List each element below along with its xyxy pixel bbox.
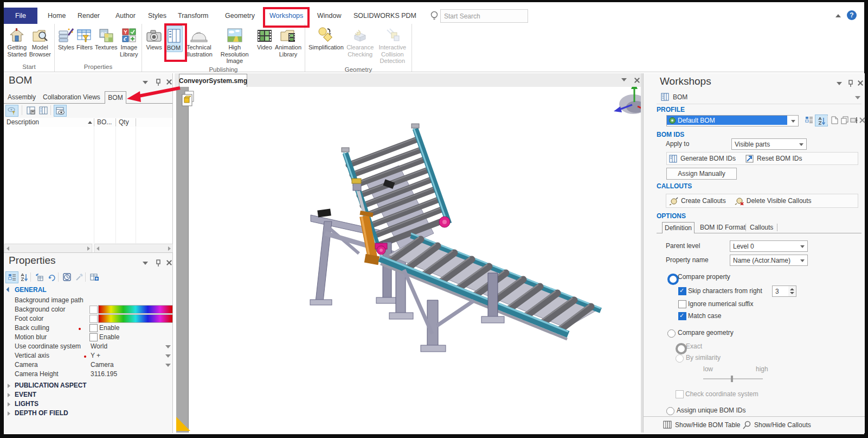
foot-color-swatch[interactable] bbox=[89, 315, 98, 323]
refresh-icon[interactable] bbox=[46, 271, 57, 282]
search-input[interactable]: Start Search bbox=[440, 9, 528, 23]
collapse-ribbon-icon[interactable] bbox=[835, 14, 841, 17]
table-visibility-icon[interactable] bbox=[54, 105, 67, 117]
ribbon-getting-started[interactable]: Getting Started bbox=[7, 26, 27, 58]
assign-manually-button[interactable]: Assign Manually bbox=[666, 168, 737, 180]
ribbon-textures[interactable]: Textures bbox=[95, 26, 118, 51]
delete-visible-callouts-button[interactable]: Delete Visible Callouts bbox=[747, 197, 812, 205]
foot-color-gradient[interactable] bbox=[98, 314, 173, 323]
menu-transform[interactable]: Transform bbox=[178, 8, 209, 24]
menu-home[interactable]: Home bbox=[48, 8, 66, 24]
ribbon-views[interactable]: Views bbox=[145, 26, 163, 51]
menu-window[interactable]: Window bbox=[317, 8, 341, 24]
expand-table-icon[interactable] bbox=[33, 271, 45, 282]
camera-value[interactable]: Camera bbox=[91, 361, 114, 369]
delete-profile-icon[interactable] bbox=[856, 115, 868, 125]
panel-dropdown-icon[interactable] bbox=[143, 262, 148, 265]
generate-bom-ids-button[interactable]: Generate BOM IDs bbox=[680, 155, 736, 162]
create-callouts-button[interactable]: Create Callouts bbox=[681, 197, 726, 205]
section-depth-of-field[interactable]: DEPTH OF FIELD bbox=[15, 409, 68, 417]
visibility-filter-icon[interactable] bbox=[5, 105, 18, 117]
spinner-buttons[interactable] bbox=[788, 285, 796, 297]
reset-history-icon[interactable] bbox=[61, 271, 73, 282]
ribbon-simplification[interactable]: Simplification bbox=[308, 26, 344, 51]
pin-icon[interactable] bbox=[155, 259, 162, 267]
assign-unique-bom-ids-radio[interactable] bbox=[666, 407, 674, 415]
ribbon-technical-illustration[interactable]: Technical Illustration bbox=[185, 26, 213, 58]
profile-combobox[interactable]: Default BOM bbox=[666, 115, 799, 126]
prop-camera-height[interactable]: Camera Height bbox=[15, 370, 59, 378]
dropdown-chevron-icon[interactable] bbox=[165, 345, 171, 348]
menu-solidworks-pdm[interactable]: SOLIDWORKS PDM bbox=[353, 8, 416, 24]
tab-assembly[interactable]: Assembly bbox=[8, 93, 36, 101]
viewport-dropdown-icon[interactable] bbox=[621, 78, 627, 81]
tab-definition-active[interactable]: Definition bbox=[662, 222, 695, 233]
bom-table-hscrollbar[interactable] bbox=[4, 244, 92, 253]
prop-background-image-path[interactable]: Background image path bbox=[15, 296, 83, 304]
pin-icon[interactable] bbox=[847, 80, 854, 87]
skip-characters-checkbox[interactable] bbox=[678, 287, 686, 295]
show-hide-bom-table-button[interactable]: Show/Hide BOM Table bbox=[675, 421, 741, 429]
prop-back-culling[interactable]: Back culling bbox=[15, 324, 49, 332]
ribbon-model-browser[interactable]: Model Browser bbox=[29, 26, 51, 58]
profile-grid-icon[interactable] bbox=[803, 115, 815, 125]
prop-use-coordinate-system[interactable]: Use coordinate system bbox=[15, 342, 81, 350]
close-icon[interactable] bbox=[166, 260, 172, 265]
spinner-up-icon[interactable] bbox=[790, 288, 794, 290]
tab-views[interactable]: Views bbox=[83, 93, 100, 101]
menu-author[interactable]: Author bbox=[115, 8, 136, 24]
show-hide-callouts-button[interactable]: Show/Hide Callouts bbox=[754, 421, 811, 429]
export-table-icon[interactable] bbox=[25, 105, 37, 116]
apply-to-dropdown[interactable]: Visible parts bbox=[731, 138, 807, 150]
prop-background-color[interactable]: Background color bbox=[15, 306, 65, 313]
column-description[interactable]: Description bbox=[7, 118, 39, 126]
background-color-gradient[interactable] bbox=[98, 305, 173, 314]
section-event[interactable]: EVENT bbox=[15, 391, 36, 398]
camera-height-value[interactable]: 3116.195 bbox=[91, 370, 117, 378]
vertical-axis-value[interactable]: Y + bbox=[91, 352, 100, 359]
back-culling-checkbox[interactable] bbox=[89, 324, 98, 332]
table-columns-icon[interactable] bbox=[37, 105, 49, 116]
prop-foot-color[interactable]: Foot color bbox=[15, 315, 43, 322]
prop-motion-blur[interactable]: Motion blur bbox=[15, 333, 47, 341]
bom-table-hscrollbar-2[interactable] bbox=[94, 244, 173, 253]
column-bom-id[interactable]: BO... bbox=[97, 118, 112, 126]
section-lights[interactable]: LIGHTS bbox=[15, 400, 38, 408]
background-color-swatch[interactable] bbox=[89, 306, 98, 314]
reset-bom-ids-button[interactable]: Reset BOM IDs bbox=[757, 155, 802, 162]
ignore-suffix-checkbox[interactable] bbox=[678, 300, 686, 308]
compare-property-radio[interactable] bbox=[667, 274, 679, 285]
tab-collaboration[interactable]: Collaboration bbox=[43, 93, 81, 101]
panel-dropdown-icon[interactable] bbox=[837, 82, 842, 85]
sort-az-icon[interactable] bbox=[18, 271, 30, 282]
menu-styles[interactable]: Styles bbox=[148, 8, 166, 24]
workshop-selector[interactable]: BOM bbox=[657, 91, 861, 104]
section-collapsed-icon[interactable] bbox=[8, 411, 10, 416]
column-qty[interactable]: Qty bbox=[119, 118, 129, 126]
section-general[interactable]: GENERAL bbox=[15, 286, 47, 294]
section-collapsed-icon[interactable] bbox=[8, 402, 10, 407]
use-coordinate-system-value[interactable]: World bbox=[91, 342, 107, 350]
menu-geometry[interactable]: Geometry bbox=[225, 8, 255, 24]
close-icon[interactable] bbox=[858, 80, 863, 86]
category-view-icon[interactable] bbox=[5, 271, 18, 283]
section-collapsed-icon[interactable] bbox=[8, 384, 10, 388]
ribbon-styles[interactable]: Styles bbox=[58, 26, 74, 51]
match-case-checkbox[interactable] bbox=[678, 312, 686, 320]
sort-ascending-icon[interactable] bbox=[88, 121, 92, 124]
section-publication-aspect[interactable]: PUBLICATION ASPECT bbox=[15, 382, 87, 389]
dropdown-chevron-icon[interactable] bbox=[165, 354, 171, 358]
bom-table-body[interactable] bbox=[4, 127, 172, 243]
help-icon[interactable] bbox=[847, 10, 857, 20]
spinner-down-icon[interactable] bbox=[790, 292, 794, 294]
ribbon-image-library[interactable]: Image Library bbox=[120, 26, 138, 58]
tab-callouts[interactable]: Callouts bbox=[750, 224, 773, 231]
viewport[interactable] bbox=[175, 87, 641, 433]
dropdown-chevron-icon[interactable] bbox=[165, 364, 171, 367]
motion-blur-checkbox[interactable] bbox=[89, 333, 98, 341]
prop-camera[interactable]: Camera bbox=[15, 361, 38, 369]
ribbon-filters[interactable]: Filters bbox=[76, 26, 93, 51]
ribbon-animation-library[interactable]: Animation Library bbox=[275, 26, 301, 58]
ribbon-video[interactable]: Video bbox=[256, 26, 273, 51]
menu-file[interactable]: File bbox=[4, 8, 37, 24]
